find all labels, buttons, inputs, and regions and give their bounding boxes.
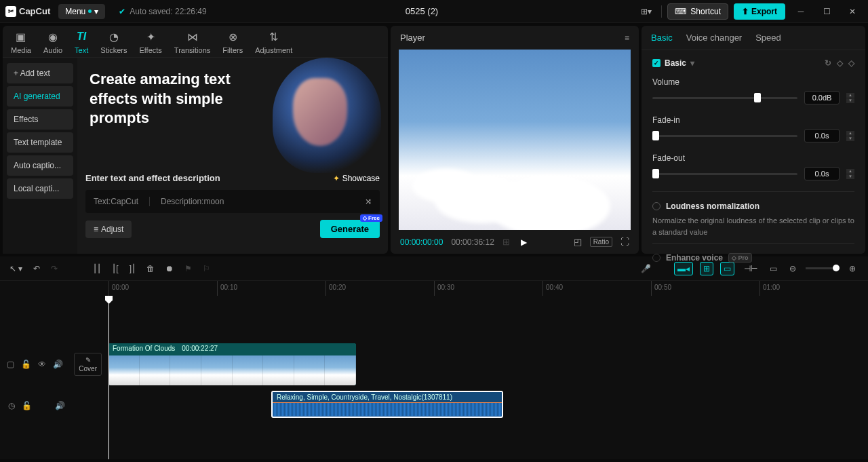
ratio-button[interactable]: Ratio xyxy=(590,237,612,247)
tab-filters[interactable]: ⊗Filters xyxy=(222,30,243,54)
adjust-button[interactable]: ≡Adjust xyxy=(85,220,132,238)
crop-icon[interactable]: ◰ xyxy=(574,237,582,247)
text-sidebar: Add text AI generated Effects Text templ… xyxy=(3,58,77,254)
sidebar-effects[interactable]: Effects xyxy=(7,109,73,130)
volume-slider[interactable] xyxy=(652,97,797,99)
volume-value[interactable]: 0.0dB xyxy=(804,91,840,104)
video-track-head: ▢ 🔓 👁 🔊 ✎Cover xyxy=(0,343,108,385)
reset-icon[interactable]: ↻ xyxy=(825,58,831,68)
export-button[interactable]: ⬆ Export xyxy=(734,3,785,20)
maximize-button[interactable]: ☐ xyxy=(816,2,837,21)
player-panel: Player ≡ 00:00:00:00 00:00:36:12 ⊞ ▶ ◰ R… xyxy=(391,26,639,254)
mute-icon[interactable]: 🔊 xyxy=(55,401,65,410)
video-clip[interactable]: Formation Of Clouds 00:00:22:27 xyxy=(108,343,356,385)
timeline-tracks[interactable]: ▢ 🔓 👁 🔊 ✎Cover Formation Of Clouds 00:00… xyxy=(0,296,868,459)
fadeout-slider[interactable] xyxy=(652,173,797,175)
align-icon[interactable]: ⊣⊢ xyxy=(741,263,760,275)
fullscreen-icon[interactable]: ⛶ xyxy=(620,237,629,247)
tab-effects[interactable]: ✦Effects xyxy=(139,30,161,54)
keyframe-next-icon[interactable]: ◇ xyxy=(848,58,854,68)
mic-icon[interactable]: 🎤 xyxy=(638,263,654,275)
track-icon[interactable]: ▭ xyxy=(767,263,780,275)
app-name: CapCut xyxy=(19,6,50,16)
fadein-value[interactable]: 0.0s xyxy=(804,129,840,142)
play-button[interactable]: ▶ xyxy=(521,237,527,247)
tab-voice-changer[interactable]: Voice changer xyxy=(686,33,742,43)
tab-audio[interactable]: ◉Audio xyxy=(43,30,62,54)
flag-tool[interactable]: ⚑ xyxy=(184,264,192,273)
shortcut-button[interactable]: ⌨ Shortcut xyxy=(667,3,728,20)
tab-adjustment[interactable]: ⇅Adjustment xyxy=(255,30,292,54)
fadein-stepper[interactable]: ▲▼ xyxy=(846,131,854,141)
radio-icon[interactable] xyxy=(652,254,660,262)
player-header: Player ≡ xyxy=(391,26,639,50)
minimize-button[interactable]: ─ xyxy=(791,2,811,21)
tab-transitions[interactable]: ⋈Transitions xyxy=(174,30,210,54)
delete-tool[interactable]: 🗑 xyxy=(146,264,155,273)
undo-button[interactable]: ↶ xyxy=(33,264,40,273)
prompt-text-field: Text:CapCut xyxy=(94,197,138,206)
prompt-input-row[interactable]: Text:CapCut Description:moon ⤨ xyxy=(85,190,380,213)
redo-button[interactable]: ↷ xyxy=(51,264,58,273)
player-menu-icon[interactable]: ≡ xyxy=(625,33,629,43)
radio-icon[interactable] xyxy=(652,202,660,210)
tab-basic[interactable]: Basic xyxy=(651,33,673,43)
split-left-tool[interactable]: ⎮[ xyxy=(112,264,118,273)
zoom-in-icon[interactable]: ⊕ xyxy=(846,263,859,275)
loudness-row[interactable]: Loudness normalization xyxy=(652,201,854,211)
record-tool[interactable]: ⏺ xyxy=(165,264,174,273)
tab-text[interactable]: TIText xyxy=(75,30,88,54)
fadeout-stepper[interactable]: ▲▼ xyxy=(846,169,854,179)
eye-icon[interactable]: 👁 xyxy=(38,360,46,369)
sidebar-ai-generated[interactable]: AI generated xyxy=(7,86,73,107)
sidebar-add-text[interactable]: Add text xyxy=(7,63,73,83)
shuffle-icon[interactable]: ⤨ xyxy=(365,197,372,206)
fadeout-value[interactable]: 0.0s xyxy=(804,167,840,180)
menu-label: Menu xyxy=(65,7,85,16)
sidebar-auto-captions[interactable]: Auto captio... xyxy=(7,155,73,176)
enhance-row[interactable]: Enhance voice ◇ Pro xyxy=(652,253,854,263)
audio-clip[interactable]: Relaxing, Simple, Countryside, Travel, N… xyxy=(271,391,503,418)
keyframe-prev-icon[interactable]: ◇ xyxy=(837,58,843,68)
divider xyxy=(652,191,854,192)
volume-stepper[interactable]: ▲▼ xyxy=(846,93,854,103)
compare-icon[interactable]: ⊞ xyxy=(502,237,510,247)
zoom-slider[interactable] xyxy=(806,267,840,269)
logo-icon: ✂ xyxy=(5,6,16,17)
tab-stickers[interactable]: ◔Stickers xyxy=(100,30,127,54)
sidebar-local-captions[interactable]: Local capti... xyxy=(7,178,73,199)
generate-button[interactable]: Generate ◇ Free xyxy=(320,220,380,238)
player-viewport[interactable] xyxy=(399,50,631,230)
split-tool[interactable]: ⎮⎮ xyxy=(93,264,101,273)
checkbox-icon[interactable]: ✓ xyxy=(652,59,660,67)
current-timecode: 00:00:00:00 xyxy=(400,237,443,247)
menu-button[interactable]: Menu ▾ xyxy=(58,4,105,19)
magnet-icon[interactable]: ▬◂ xyxy=(674,262,693,275)
keyboard-icon: ⌨ xyxy=(675,7,686,16)
flag2-tool[interactable]: ⚐ xyxy=(203,264,210,273)
tab-speed[interactable]: Speed xyxy=(755,33,781,43)
track-icon[interactable]: ▢ xyxy=(7,360,14,369)
lock-icon[interactable]: 🔓 xyxy=(21,360,31,369)
timeline-area: ↖ ▾ ↶ ↷ ⎮⎮ ⎮[ ]⎮ 🗑 ⏺ ⚑ ⚐ 🎤 ▬◂ ⊞ ▭ ⊣⊢ ▭ ⊖… xyxy=(0,256,868,459)
mute-icon[interactable]: 🔊 xyxy=(53,360,63,369)
lock-icon[interactable]: 🔓 xyxy=(22,401,32,410)
zoom-out-icon[interactable]: ⊖ xyxy=(787,263,799,275)
clock-icon[interactable]: ◷ xyxy=(8,401,15,410)
tab-media[interactable]: ▣Media xyxy=(11,30,31,54)
ruler-mark: 00:50 xyxy=(651,281,760,296)
fadein-slider[interactable] xyxy=(652,135,797,137)
ruler-mark: 00:40 xyxy=(542,281,651,296)
timeline-ruler[interactable]: 00:00 00:10 00:20 00:30 00:40 00:50 01:0… xyxy=(0,281,868,296)
select-tool[interactable]: ↖ ▾ xyxy=(9,264,22,273)
showcase-button[interactable]: ✦Showcase xyxy=(333,174,380,183)
cover-button[interactable]: ✎Cover xyxy=(74,353,102,376)
preview-icon[interactable]: ▭ xyxy=(720,262,734,275)
playhead[interactable] xyxy=(108,296,109,459)
link-icon[interactable]: ⊞ xyxy=(700,262,713,275)
ruler-mark: 00:20 xyxy=(326,281,434,296)
sidebar-text-template[interactable]: Text template xyxy=(7,132,73,153)
split-right-tool[interactable]: ]⎮ xyxy=(130,264,136,273)
layout-icon[interactable]: ⊞▾ xyxy=(637,2,656,21)
close-button[interactable]: ✕ xyxy=(842,2,863,21)
